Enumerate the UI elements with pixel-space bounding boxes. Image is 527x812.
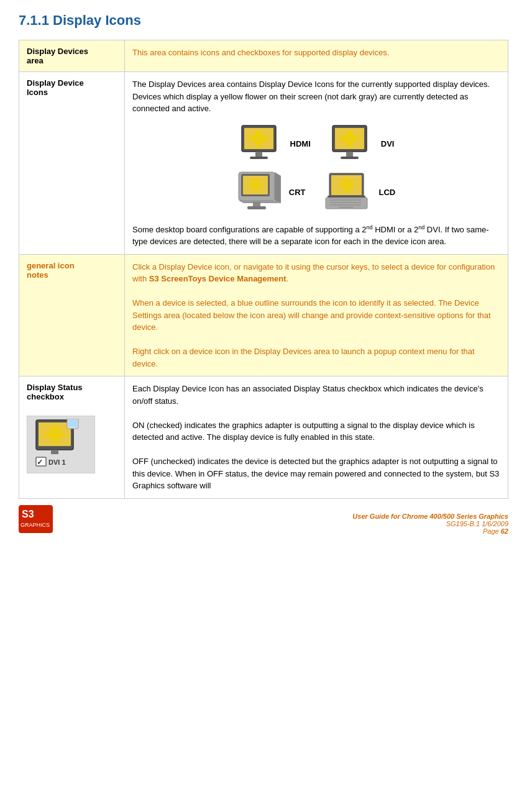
crt-label: CRT (289, 186, 306, 199)
svg-rect-38 (329, 202, 361, 203)
dvi1-checkbox-icon: ✓ DVI 1 (30, 419, 92, 468)
footer-text: User Guide for Chrome 400/500 Series Gra… (352, 513, 508, 535)
table-row: general iconnotes Click a Display Device… (19, 254, 508, 376)
footer-guide-title: User Guide for Chrome 400/500 Series Gra… (352, 513, 508, 520)
svg-point-13 (346, 142, 352, 148)
svg-rect-8 (250, 157, 268, 159)
svg-point-44 (52, 424, 58, 431)
svg-point-6 (262, 135, 268, 142)
hdmi-monitor-icon (239, 124, 285, 165)
svg-rect-50 (68, 420, 77, 427)
row-label-display-devices-area: Display Devicesarea (19, 40, 125, 72)
svg-point-46 (45, 431, 52, 438)
svg-rect-16 (346, 152, 353, 157)
crt-icon-item: CRT (237, 171, 306, 214)
row-content-general-icon-notes: Click a Display Device icon, or navigate… (125, 254, 508, 376)
svg-point-24 (248, 183, 253, 188)
svg-text:GRAPHICS: GRAPHICS (21, 522, 50, 528)
svg-point-15 (352, 135, 359, 142)
row-label-general-icon-notes: general iconnotes (19, 254, 125, 376)
svg-point-22 (253, 178, 258, 183)
s3-graphics-logo: S3 GRAPHICS (19, 505, 53, 533)
svg-point-32 (344, 188, 349, 194)
row-content-display-devices-area: This area contains icons and checkboxes … (125, 40, 508, 72)
svg-rect-7 (255, 152, 262, 157)
svg-point-23 (253, 188, 258, 193)
hdmi-label: HDMI (290, 138, 311, 150)
icon-row-top: HDMI (239, 124, 395, 165)
svg-point-5 (249, 135, 255, 142)
dvi-monitor-icon (329, 124, 376, 165)
row-label-display-status-checkbox: Display Statuscheckbox (19, 376, 125, 499)
page-footer: S3 GRAPHICS User Guide for Chrome 400/50… (19, 505, 508, 535)
svg-rect-40 (339, 207, 354, 208)
svg-point-12 (346, 129, 352, 135)
content-table: Display Devicesarea This area contains i… (19, 40, 508, 499)
svg-point-33 (338, 183, 344, 188)
page-title: 7.1.1 Display Icons (19, 12, 508, 29)
svg-point-31 (344, 177, 349, 183)
row-content-display-status-checkbox: Each Display Device Icon has an associat… (125, 376, 508, 499)
table-row: Display Devicesarea This area contains i… (19, 40, 508, 72)
svg-point-25 (258, 183, 263, 188)
svg-point-45 (52, 438, 58, 445)
svg-rect-26 (253, 202, 260, 206)
svg-rect-27 (247, 206, 266, 209)
s3-logo: S3 GRAPHICS (19, 505, 53, 535)
svg-rect-48 (51, 450, 58, 454)
table-row: Display DeviceIcons The Display Devices … (19, 72, 508, 255)
svg-rect-37 (329, 199, 361, 201)
svg-rect-39 (329, 204, 361, 206)
svg-point-14 (340, 135, 346, 142)
lcd-laptop-icon (324, 172, 374, 212)
svg-point-4 (255, 142, 262, 148)
svg-text:DVI 1: DVI 1 (48, 458, 66, 466)
footer-page-number: Page 62 (352, 527, 508, 535)
svg-rect-17 (341, 157, 359, 159)
device-icons-grid: HDMI (132, 124, 500, 214)
svg-point-47 (58, 431, 65, 438)
svg-text:✓: ✓ (37, 458, 43, 467)
lcd-icon-item: LCD (324, 172, 396, 212)
svg-point-3 (255, 129, 262, 135)
table-row: Display Statuscheckbox (19, 376, 508, 499)
svg-point-34 (349, 183, 355, 188)
dvi-label: DVI (381, 138, 395, 150)
row-content-display-device-icons: The Display Devices area contains Displa… (125, 72, 508, 255)
row-label-display-device-icons: Display DeviceIcons (19, 72, 125, 255)
icon-row-bottom: CRT (237, 171, 395, 214)
footer-doc-id: SG195-B.1 1/6/2009 (352, 520, 508, 527)
lcd-label: LCD (379, 186, 396, 199)
dvi-icon-item: DVI (329, 124, 395, 165)
svg-text:S3: S3 (22, 509, 34, 519)
crt-monitor-icon (237, 171, 284, 214)
hdmi-icon-item: HDMI (239, 124, 311, 165)
